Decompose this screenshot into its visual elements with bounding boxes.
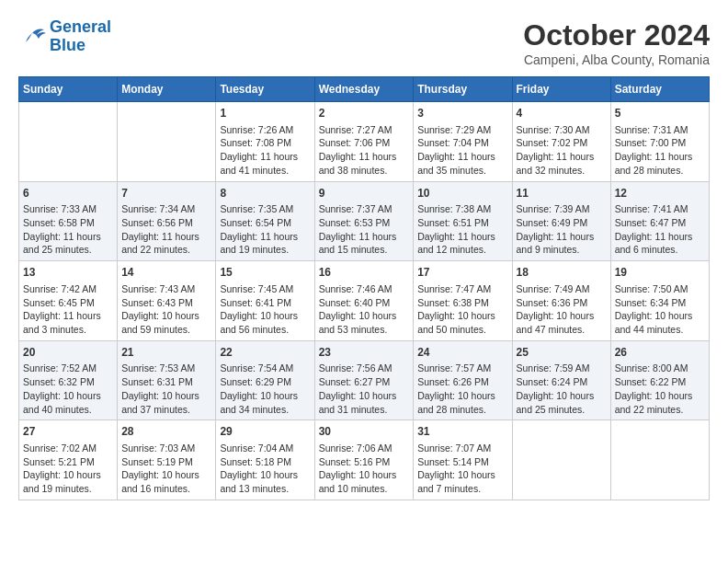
day-info: Sunrise: 7:26 AM xyxy=(220,123,310,137)
calendar-cell: 4Sunrise: 7:30 AMSunset: 7:02 PMDaylight… xyxy=(512,102,610,182)
day-number: 16 xyxy=(319,265,410,281)
calendar-cell: 18Sunrise: 7:49 AMSunset: 6:36 PMDayligh… xyxy=(512,261,610,341)
day-number: 23 xyxy=(319,345,410,361)
calendar-cell: 31Sunrise: 7:07 AMSunset: 5:14 PMDayligh… xyxy=(414,420,512,500)
day-info: Sunrise: 7:45 AM xyxy=(220,282,310,296)
day-info: Daylight: 11 hours and 25 minutes. xyxy=(23,230,113,257)
day-number: 27 xyxy=(23,424,113,440)
day-info: Daylight: 11 hours and 3 minutes. xyxy=(23,309,113,336)
day-number: 6 xyxy=(23,186,113,201)
day-number: 15 xyxy=(220,265,310,281)
calendar-cell: 11Sunrise: 7:39 AMSunset: 6:49 PMDayligh… xyxy=(512,181,610,261)
day-info: Daylight: 11 hours and 9 minutes. xyxy=(517,230,607,257)
day-info: Sunset: 6:24 PM xyxy=(517,375,607,389)
calendar-cell: 28Sunrise: 7:03 AMSunset: 5:19 PMDayligh… xyxy=(118,420,216,500)
day-number: 4 xyxy=(517,106,607,121)
day-number: 1 xyxy=(220,106,310,121)
day-info: Daylight: 10 hours and 50 minutes. xyxy=(417,309,507,336)
day-info: Daylight: 10 hours and 44 minutes. xyxy=(615,309,705,336)
calendar-cell xyxy=(19,102,118,182)
day-info: Sunset: 6:34 PM xyxy=(615,296,705,310)
day-info: Sunrise: 7:57 AM xyxy=(417,362,507,375)
calendar-cell xyxy=(512,420,610,500)
day-info: Sunset: 6:41 PM xyxy=(220,296,310,310)
day-info: Sunset: 5:19 PM xyxy=(121,455,211,469)
day-info: Sunrise: 7:38 AM xyxy=(417,202,507,216)
day-info: Sunset: 6:47 PM xyxy=(615,216,705,230)
day-info: Sunset: 6:26 PM xyxy=(417,375,507,389)
calendar-header: Sunday Monday Tuesday Wednesday Thursday… xyxy=(19,77,710,102)
day-info: Daylight: 10 hours and 31 minutes. xyxy=(319,389,410,416)
day-info: Sunset: 6:51 PM xyxy=(417,216,507,230)
day-number: 19 xyxy=(615,265,705,281)
day-info: Sunrise: 7:37 AM xyxy=(319,202,410,216)
day-info: Sunset: 6:40 PM xyxy=(319,296,410,310)
day-number: 25 xyxy=(517,345,607,361)
week-row-3: 13Sunrise: 7:42 AMSunset: 6:45 PMDayligh… xyxy=(19,261,710,341)
day-info: Sunrise: 7:31 AM xyxy=(615,123,705,137)
day-info: Daylight: 11 hours and 12 minutes. xyxy=(417,230,507,257)
day-info: Sunset: 5:14 PM xyxy=(417,455,507,469)
day-info: Daylight: 11 hours and 15 minutes. xyxy=(319,230,410,257)
day-info: Sunrise: 7:47 AM xyxy=(417,282,507,296)
calendar-cell: 24Sunrise: 7:57 AMSunset: 6:26 PMDayligh… xyxy=(414,340,512,420)
calendar-cell: 23Sunrise: 7:56 AMSunset: 6:27 PMDayligh… xyxy=(314,340,414,420)
day-info: Daylight: 10 hours and 25 minutes. xyxy=(517,389,607,416)
day-number: 12 xyxy=(615,186,705,201)
calendar-cell: 30Sunrise: 7:06 AMSunset: 5:16 PMDayligh… xyxy=(314,420,414,500)
day-info: Sunset: 7:04 PM xyxy=(417,136,507,150)
day-number: 30 xyxy=(319,424,410,440)
calendar-cell: 9Sunrise: 7:37 AMSunset: 6:53 PMDaylight… xyxy=(314,181,414,261)
day-info: Daylight: 10 hours and 7 minutes. xyxy=(417,468,507,495)
day-info: Daylight: 10 hours and 19 minutes. xyxy=(23,468,113,495)
day-info: Sunrise: 7:07 AM xyxy=(417,442,507,455)
day-info: Daylight: 11 hours and 28 minutes. xyxy=(615,150,705,177)
day-info: Sunset: 7:06 PM xyxy=(319,136,410,150)
day-number: 20 xyxy=(23,345,113,361)
day-number: 10 xyxy=(417,186,507,201)
calendar-cell: 20Sunrise: 7:52 AMSunset: 6:32 PMDayligh… xyxy=(19,340,118,420)
day-number: 7 xyxy=(121,186,211,201)
week-row-5: 27Sunrise: 7:02 AMSunset: 5:21 PMDayligh… xyxy=(19,420,710,500)
day-info: Sunrise: 7:53 AM xyxy=(121,362,211,375)
calendar-cell: 27Sunrise: 7:02 AMSunset: 5:21 PMDayligh… xyxy=(19,420,118,500)
week-row-1: 1Sunrise: 7:26 AMSunset: 7:08 PMDaylight… xyxy=(19,102,710,182)
calendar-cell: 2Sunrise: 7:27 AMSunset: 7:06 PMDaylight… xyxy=(314,102,414,182)
day-info: Daylight: 11 hours and 6 minutes. xyxy=(615,230,705,257)
day-info: Sunrise: 7:04 AM xyxy=(220,442,310,455)
day-info: Daylight: 11 hours and 32 minutes. xyxy=(517,150,607,177)
day-info: Sunrise: 7:27 AM xyxy=(319,123,410,137)
day-info: Sunrise: 7:29 AM xyxy=(417,123,507,137)
calendar-cell: 13Sunrise: 7:42 AMSunset: 6:45 PMDayligh… xyxy=(19,261,118,341)
week-row-4: 20Sunrise: 7:52 AMSunset: 6:32 PMDayligh… xyxy=(19,340,710,420)
day-info: Daylight: 10 hours and 53 minutes. xyxy=(319,309,410,336)
day-number: 17 xyxy=(417,265,507,281)
day-number: 21 xyxy=(121,345,211,361)
col-monday: Monday xyxy=(118,77,216,102)
calendar-cell: 6Sunrise: 7:33 AMSunset: 6:58 PMDaylight… xyxy=(19,181,118,261)
calendar-cell: 7Sunrise: 7:34 AMSunset: 6:56 PMDaylight… xyxy=(118,181,216,261)
day-info: Sunrise: 7:41 AM xyxy=(615,202,705,216)
calendar-cell: 12Sunrise: 7:41 AMSunset: 6:47 PMDayligh… xyxy=(610,181,709,261)
location: Campeni, Alba County, Romania xyxy=(523,52,710,67)
day-number: 28 xyxy=(121,424,211,440)
day-info: Sunrise: 7:52 AM xyxy=(23,362,113,375)
day-info: Sunset: 6:45 PM xyxy=(23,296,113,310)
day-number: 11 xyxy=(517,186,607,201)
calendar-cell: 19Sunrise: 7:50 AMSunset: 6:34 PMDayligh… xyxy=(610,261,709,341)
calendar-cell: 14Sunrise: 7:43 AMSunset: 6:43 PMDayligh… xyxy=(118,261,216,341)
day-number: 5 xyxy=(615,106,705,121)
day-number: 2 xyxy=(319,106,410,121)
page-header: General Blue October 2024 Campeni, Alba … xyxy=(18,18,710,67)
col-tuesday: Tuesday xyxy=(216,77,314,102)
calendar-cell: 29Sunrise: 7:04 AMSunset: 5:18 PMDayligh… xyxy=(216,420,314,500)
calendar-cell: 21Sunrise: 7:53 AMSunset: 6:31 PMDayligh… xyxy=(118,340,216,420)
col-wednesday: Wednesday xyxy=(314,77,414,102)
day-info: Daylight: 10 hours and 28 minutes. xyxy=(417,389,507,416)
day-info: Sunset: 6:36 PM xyxy=(517,296,607,310)
day-number: 31 xyxy=(417,424,507,440)
calendar-cell xyxy=(610,420,709,500)
calendar-cell: 15Sunrise: 7:45 AMSunset: 6:41 PMDayligh… xyxy=(216,261,314,341)
day-info: Sunset: 7:02 PM xyxy=(517,136,607,150)
day-number: 13 xyxy=(23,265,113,281)
